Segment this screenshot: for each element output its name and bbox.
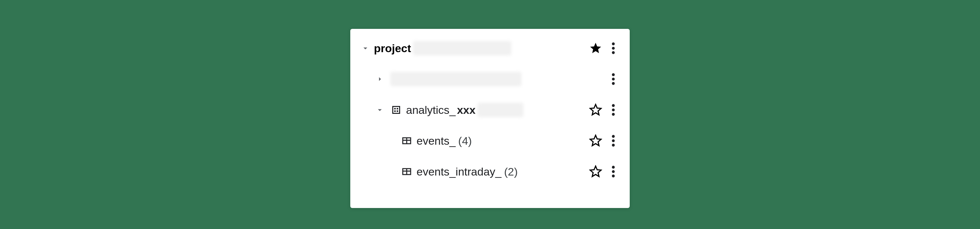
star-toggle[interactable]: [586, 134, 605, 147]
redacted-text: [390, 72, 522, 86]
svg-point-9: [612, 135, 615, 138]
chevron-down-icon: [375, 105, 384, 114]
table-count: (2): [504, 165, 518, 178]
more-menu[interactable]: [607, 134, 620, 147]
svg-point-13: [612, 170, 615, 173]
explorer-tree: project analytics_ xxx: [350, 29, 630, 208]
project-label: project: [374, 42, 411, 55]
more-menu[interactable]: [607, 73, 620, 86]
table-count: (4): [458, 135, 472, 147]
star-outline-icon: [589, 134, 602, 147]
chevron-right-icon: [375, 75, 384, 84]
svg-point-14: [612, 175, 615, 178]
more-menu[interactable]: [607, 42, 620, 55]
dataset-icon: [388, 104, 404, 116]
star-outline-icon: [589, 103, 602, 116]
expand-toggle[interactable]: [357, 44, 374, 53]
tree-row-dataset-analytics[interactable]: analytics_ xxx: [350, 94, 630, 125]
svg-point-8: [612, 113, 615, 116]
tree-row-project[interactable]: project: [350, 33, 630, 64]
svg-point-4: [612, 78, 615, 81]
more-vert-icon: [611, 42, 615, 55]
table-label: events_: [417, 135, 455, 147]
star-toggle[interactable]: [586, 103, 605, 116]
dataset-label-prefix: analytics_: [406, 104, 455, 116]
redacted-text: [413, 41, 511, 56]
expand-toggle[interactable]: [371, 75, 388, 84]
more-vert-icon: [611, 73, 615, 86]
more-vert-icon: [611, 134, 615, 147]
tree-row-table-events-intraday[interactable]: events_intraday_ (2): [350, 156, 630, 187]
svg-point-0: [612, 42, 615, 45]
chevron-down-icon: [361, 44, 370, 53]
dataset-label-suffix: xxx: [457, 104, 476, 116]
svg-point-5: [612, 82, 615, 85]
more-vert-icon: [611, 165, 615, 178]
table-icon: [399, 135, 415, 147]
svg-point-2: [612, 51, 615, 54]
table-label: events_intraday_: [417, 165, 501, 178]
tree-row-dataset-hidden[interactable]: [350, 64, 630, 94]
tree-row-table-events[interactable]: events_ (4): [350, 125, 630, 156]
expand-toggle[interactable]: [371, 105, 388, 114]
table-icon: [399, 166, 415, 178]
svg-point-7: [612, 108, 615, 111]
more-menu[interactable]: [607, 103, 620, 116]
star-toggle[interactable]: [586, 42, 605, 55]
svg-point-3: [612, 73, 615, 76]
svg-point-1: [612, 47, 615, 50]
star-outline-icon: [589, 165, 602, 178]
star-toggle[interactable]: [586, 165, 605, 178]
svg-point-11: [612, 144, 615, 147]
svg-point-12: [612, 166, 615, 169]
svg-point-10: [612, 140, 615, 142]
more-menu[interactable]: [607, 165, 620, 178]
more-vert-icon: [611, 103, 615, 116]
redacted-text: [477, 103, 523, 117]
svg-point-6: [612, 104, 615, 107]
star-filled-icon: [589, 42, 602, 55]
